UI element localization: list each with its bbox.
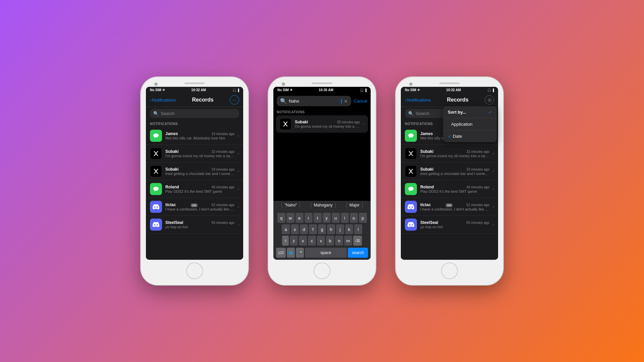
- key-d[interactable]: d: [300, 224, 308, 234]
- key-c[interactable]: c: [308, 236, 316, 246]
- phone-1-back-label: Notifications: [152, 98, 176, 103]
- notif-name-roland: Roland: [165, 185, 179, 189]
- phone-1-camera: [154, 82, 158, 86]
- key-o[interactable]: o: [350, 213, 358, 223]
- key-t[interactable]: t: [314, 213, 322, 223]
- phone-2-status-center: 10:35 AM: [319, 88, 333, 92]
- key-i[interactable]: i: [341, 213, 349, 223]
- notif-msg-steelseal: yo hop on fort: [165, 225, 234, 229]
- empty-area: [273, 133, 371, 201]
- notif-item-subaki-1-3[interactable]: Subaki 32 minutes ago I'm gonna invest m…: [401, 145, 498, 163]
- phone-2-result-msg: I'm gonna invest my oil money into a nah…: [295, 124, 360, 128]
- phone-2-speaker: [312, 82, 332, 84]
- phone-3-top: [396, 81, 503, 87]
- key-q[interactable]: q: [277, 213, 285, 223]
- key-f[interactable]: f: [309, 224, 317, 234]
- notif-item-subaki-2-3[interactable]: Subaki 33 minutes ago tried getting a ch…: [401, 163, 498, 180]
- phone-2-search-input[interactable]: 🔍 Naho ✕: [277, 96, 351, 106]
- dropdown-date[interactable]: ✓ Date: [443, 130, 497, 142]
- key-shift[interactable]: ⇧: [282, 236, 289, 246]
- chevron-left-icon-3: ‹: [405, 98, 406, 103]
- key-p[interactable]: p: [359, 213, 367, 223]
- phone-1-search-input[interactable]: 🔍 Search: [150, 109, 239, 118]
- phone-3-more-button[interactable]: ⊕: [485, 95, 494, 105]
- key-y[interactable]: y: [323, 213, 331, 223]
- notif-item-james[interactable]: James 23 minutes ago Met this silly cat.…: [146, 127, 243, 145]
- notif-name-james: James: [165, 131, 178, 136]
- phone-1-section-header: NOTIFICATIONS: [146, 121, 243, 127]
- key-space[interactable]: space: [305, 248, 347, 258]
- search-icon-3: 🔍: [408, 111, 414, 116]
- notif-item-roland-3[interactable]: Roland 40 minutes ago Play DDS2 it's the…: [401, 180, 498, 198]
- notif-item-subaki-1[interactable]: Subaki 32 minutes ago I'm gonna invest m…: [146, 145, 243, 163]
- phone-2-results-section: NOTIFICATIONS: [273, 109, 371, 115]
- key-s[interactable]: s: [291, 224, 299, 234]
- phone-3-back-label: Notifications: [407, 98, 431, 103]
- phone-2-result-item[interactable]: Subaki 35 minutes ago I'm gonna invest m…: [276, 115, 368, 133]
- key-l[interactable]: l: [354, 224, 362, 234]
- key-a[interactable]: a: [282, 224, 290, 234]
- battery-icon-2: ▐: [365, 88, 367, 92]
- x-icon-3: [405, 147, 417, 160]
- notif-item-steelseal[interactable]: SteelSeal 55 minutes ago yo hop on fort …: [146, 216, 243, 234]
- notif-item-tictac[interactable]: tictac NR 52 minutes ago I have a confes…: [146, 198, 243, 216]
- key-e[interactable]: e: [296, 213, 304, 223]
- battery-icon-3: ▐: [492, 88, 494, 92]
- key-u[interactable]: u: [332, 213, 340, 223]
- notif-item-steelseal-3[interactable]: SteelSeal 55 minutes ago yo hop on fort …: [401, 216, 498, 234]
- notif-item-subaki-2[interactable]: Subaki 33 minutes ago tried getting a ch…: [146, 163, 243, 180]
- key-h[interactable]: h: [327, 224, 335, 234]
- notif-content-tictac-3: tictac NR 52 minutes ago I have a confes…: [420, 202, 489, 211]
- phone-2-cancel-button[interactable]: Cancel: [354, 99, 367, 104]
- phone-1-home-button[interactable]: [186, 262, 203, 279]
- notif-name-tictac: tictac: [165, 202, 176, 207]
- dropdown-sort-by[interactable]: Sort by... ✓: [443, 106, 497, 118]
- key-m[interactable]: m: [344, 236, 352, 246]
- key-w[interactable]: w: [286, 213, 294, 223]
- x-icon-result: [279, 118, 291, 130]
- key-k[interactable]: k: [345, 224, 353, 234]
- key-x[interactable]: x: [299, 236, 307, 246]
- key-delete[interactable]: ⌫: [353, 236, 362, 246]
- notif-content-roland: Roland 40 minutes ago Play DDS2 it's the…: [165, 185, 234, 193]
- notif-time-subaki-1: 32 minutes ago: [212, 150, 234, 154]
- key-n[interactable]: n: [335, 236, 343, 246]
- dropdown-application[interactable]: Application: [443, 118, 497, 130]
- suggestion-naho[interactable]: "Naho": [281, 202, 300, 208]
- key-123[interactable]: 123: [276, 248, 286, 258]
- phone-2-home-button[interactable]: [314, 262, 330, 279]
- phone-3-back-button[interactable]: ‹ Notifications: [405, 98, 431, 103]
- suggestion-major[interactable]: Major: [346, 202, 363, 208]
- phone-2-suggestions: "Naho" Mahogany Major: [273, 201, 371, 210]
- phone-3-status-center: 10:32 AM: [446, 88, 461, 92]
- chevron-right-icon-9: ›: [493, 169, 494, 174]
- notif-time-roland-3: 40 minutes ago: [467, 185, 489, 189]
- notif-item-tictac-3[interactable]: tictac NR 52 minutes ago I have a confes…: [401, 198, 498, 216]
- suggestion-mahogany[interactable]: Mahogany: [311, 202, 336, 208]
- phone-3-notif-list: James 23 minutes ago Met this silly cat.…: [401, 127, 498, 260]
- phone-3-home-button[interactable]: [441, 262, 458, 279]
- key-mic[interactable]: 🎤: [296, 248, 304, 258]
- phone-1-notif-list: James 23 minutes ago Met this silly cat.…: [146, 127, 243, 260]
- clear-icon[interactable]: ✕: [344, 99, 348, 104]
- chevron-right-icon-6: ›: [238, 222, 239, 227]
- phone-1-more-button[interactable]: ···: [230, 95, 239, 105]
- chevron-right-icon-8: ›: [493, 151, 494, 156]
- key-z[interactable]: z: [290, 236, 298, 246]
- key-r[interactable]: r: [305, 213, 313, 223]
- key-g[interactable]: g: [318, 224, 326, 234]
- key-j[interactable]: j: [336, 224, 344, 234]
- svg-point-0: [153, 133, 159, 137]
- notif-name-tictac-3: tictac: [420, 202, 431, 207]
- notif-name-steelseal-3: SteelSeal: [420, 220, 438, 225]
- key-globe[interactable]: 🌐: [287, 248, 295, 258]
- phone-2-result-name: Subaki: [295, 120, 308, 124]
- key-search[interactable]: search: [348, 248, 368, 258]
- chevron-right-icon: ›: [238, 133, 239, 138]
- phone-1-back-button[interactable]: ‹ Notifications: [150, 98, 176, 103]
- notif-name-roland-3: Roland: [420, 185, 434, 189]
- key-v[interactable]: v: [317, 236, 325, 246]
- svg-point-6: [408, 187, 414, 191]
- key-b[interactable]: b: [326, 236, 334, 246]
- notif-item-roland[interactable]: Roland 40 minutes ago Play DDS2 it's the…: [146, 180, 243, 198]
